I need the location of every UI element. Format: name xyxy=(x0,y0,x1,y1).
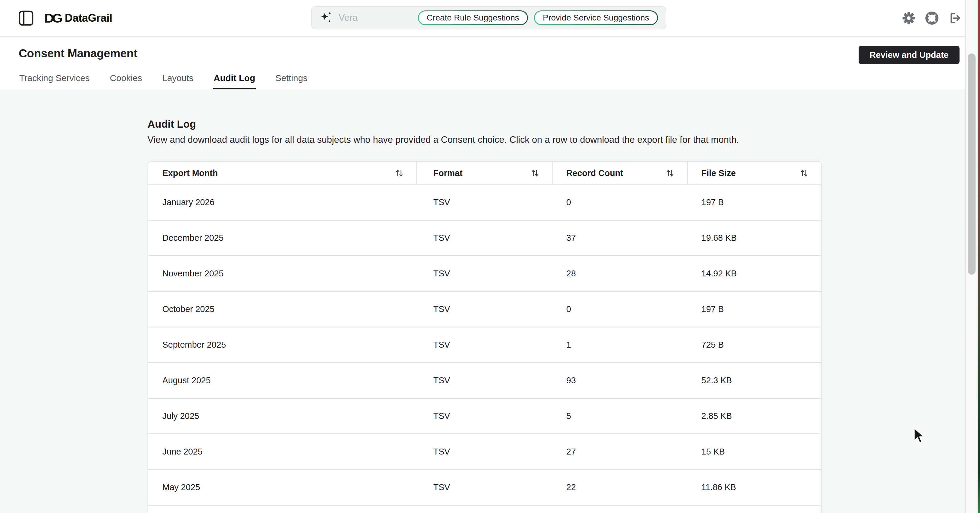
logout-button[interactable] xyxy=(948,11,962,25)
panel-left-icon xyxy=(19,10,33,26)
topbar-icon-group xyxy=(902,0,962,36)
cell-record-count: 0 xyxy=(553,292,688,327)
table-row[interactable]: July 2025 TSV 5 2.85 KB xyxy=(148,399,821,434)
tab-cookies[interactable]: Cookies xyxy=(109,73,142,89)
column-header-record-count[interactable]: Record Count xyxy=(553,162,688,184)
up-down-arrows-icon[interactable] xyxy=(800,169,808,177)
cell-format: TSV xyxy=(417,434,553,469)
gear-icon xyxy=(902,11,915,25)
datagrail-logo-mark-icon: DG xyxy=(44,12,60,24)
tab-audit-log[interactable]: Audit Log xyxy=(213,73,256,89)
vera-assistant-bar[interactable]: Vera Create Rule Suggestions Provide Ser… xyxy=(311,6,666,29)
vertical-scrollbar-track[interactable] xyxy=(965,0,978,513)
cell-file-size: 19.68 KB xyxy=(688,221,821,255)
cell-record-count: 5 xyxy=(553,399,688,433)
cell-export-month: October 2025 xyxy=(148,292,417,327)
audit-log-table: Export Month Format xyxy=(148,161,822,513)
cell-export-month: September 2025 xyxy=(148,327,417,362)
cell-export-month: January 2026 xyxy=(148,185,417,220)
cell-format: TSV xyxy=(417,185,553,220)
vertical-scrollbar-thumb[interactable] xyxy=(968,53,975,275)
datagrail-logo-text: DataGrail xyxy=(65,12,112,24)
cell-file-size: 197 B xyxy=(688,185,821,220)
settings-button[interactable] xyxy=(902,11,915,25)
cell-export-month: November 2025 xyxy=(148,256,417,291)
up-down-arrows-icon[interactable] xyxy=(666,169,674,177)
cell-file-size: 14.92 KB xyxy=(688,256,821,291)
sidebar-toggle-button[interactable] xyxy=(19,10,34,26)
column-header-export-month[interactable]: Export Month xyxy=(148,162,417,184)
cell-record-count: 93 xyxy=(553,363,688,398)
datagrail-logo[interactable]: DG DataGrail xyxy=(44,11,112,25)
tab-tracking-services[interactable]: Tracking Services xyxy=(19,73,90,89)
tab-settings[interactable]: Settings xyxy=(275,73,308,89)
table-row[interactable]: August 2025 TSV 93 52.3 KB xyxy=(148,363,821,399)
content-area: Audit Log View and download audit logs f… xyxy=(0,90,980,513)
tab-bar: Tracking Services Cookies Layouts Audit … xyxy=(19,73,327,89)
column-header-file-size[interactable]: File Size xyxy=(688,162,821,184)
tab-layouts[interactable]: Layouts xyxy=(162,73,194,89)
cell-export-month: June 2025 xyxy=(148,434,417,469)
up-down-arrows-icon[interactable] xyxy=(531,169,539,177)
vera-suggestion-buttons: Create Rule Suggestions Provide Service … xyxy=(418,10,658,25)
cell-record-count: 22 xyxy=(553,470,688,505)
table-row[interactable]: June 2025 TSV 27 15 KB xyxy=(148,434,821,470)
cell-format: TSV xyxy=(417,363,553,398)
section-heading: Audit Log xyxy=(148,118,196,130)
section-description: View and download audit logs for all dat… xyxy=(148,134,739,145)
topbar-left-group: DG DataGrail xyxy=(19,0,112,36)
cell-export-month: December 2025 xyxy=(148,221,417,255)
lifebuoy-icon xyxy=(925,11,939,25)
cell-file-size: 2.85 KB xyxy=(688,399,821,433)
provide-service-suggestions-button[interactable]: Provide Service Suggestions xyxy=(534,10,658,25)
cell-file-size: 725 B xyxy=(688,327,821,362)
cell-record-count: 28 xyxy=(553,256,688,291)
cell-record-count: 0 xyxy=(553,185,688,220)
table-row[interactable]: January 2026 TSV 0 197 B xyxy=(148,185,821,221)
cell-format: TSV xyxy=(417,399,553,433)
sparkles-icon xyxy=(321,11,332,25)
sign-out-icon xyxy=(948,11,962,25)
cell-file-size: 15 KB xyxy=(688,434,821,469)
table-row[interactable]: December 2025 TSV 37 19.68 KB xyxy=(148,221,821,256)
table-row[interactable]: October 2025 TSV 0 197 B xyxy=(148,292,821,327)
cell-format: TSV xyxy=(417,256,553,291)
page-title: Consent Management xyxy=(19,47,137,60)
cell-export-month: August 2025 xyxy=(148,363,417,398)
cell-format: TSV xyxy=(417,470,553,505)
cell-export-month: July 2025 xyxy=(148,399,417,433)
cell-format: TSV xyxy=(417,327,553,362)
table-row[interactable]: September 2025 TSV 1 725 B xyxy=(148,327,821,363)
cell-export-month: May 2025 xyxy=(148,470,417,505)
cell-file-size: 11.86 KB xyxy=(688,470,821,505)
vera-input-placeholder[interactable]: Vera xyxy=(339,13,358,23)
cell-file-size: 197 B xyxy=(688,292,821,327)
up-down-arrows-icon[interactable] xyxy=(395,169,403,177)
cell-format: TSV xyxy=(417,292,553,327)
table-row[interactable]: May 2025 TSV 22 11.86 KB xyxy=(148,470,821,505)
column-header-format[interactable]: Format xyxy=(417,162,553,184)
top-bar: DG DataGrail Vera Create Rule Suggestion… xyxy=(0,0,980,37)
review-and-update-button[interactable]: Review and Update xyxy=(859,46,959,64)
help-button[interactable] xyxy=(925,11,939,25)
window-edge-strip xyxy=(978,0,980,513)
cell-record-count: 37 xyxy=(553,221,688,255)
table-header-row: Export Month Format xyxy=(148,162,821,185)
table-body: January 2026 TSV 0 197 B December 2025 T… xyxy=(148,185,821,505)
table-row[interactable]: November 2025 TSV 28 14.92 KB xyxy=(148,256,821,292)
page-header: Consent Management Review and Update Tra… xyxy=(0,37,980,89)
cell-format: TSV xyxy=(417,221,553,255)
cell-record-count: 1 xyxy=(553,327,688,362)
create-rule-suggestions-button[interactable]: Create Rule Suggestions xyxy=(418,10,528,25)
cell-record-count: 27 xyxy=(553,434,688,469)
cell-file-size: 52.3 KB xyxy=(688,363,821,398)
